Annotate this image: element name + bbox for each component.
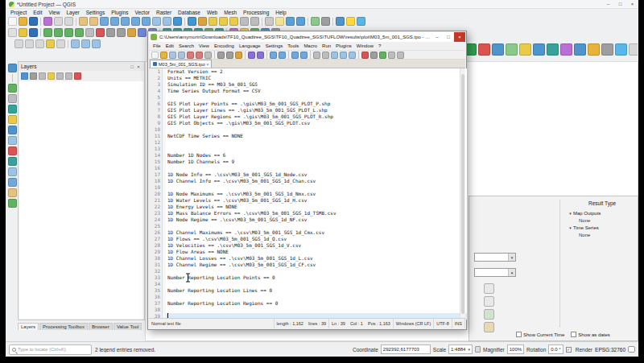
pan-to-selection-icon[interactable] <box>89 17 98 26</box>
tab-m03-5m-001-sgs-tpo[interactable]: M03_5m_001_SGS.tpo × <box>150 60 212 68</box>
svg-annotation-icon[interactable] <box>46 39 55 48</box>
cut-features-icon[interactable] <box>106 28 115 37</box>
run-feature-action-icon[interactable] <box>198 17 207 26</box>
python-console-icon[interactable] <box>346 17 355 26</box>
save-layer-edits-icon[interactable] <box>29 28 38 37</box>
collapse-all-icon[interactable] <box>65 72 72 80</box>
depth-average-icon[interactable] <box>560 43 572 56</box>
dock-tab-value-tool[interactable]: Value Tool <box>114 323 142 330</box>
help-icon[interactable] <box>357 17 365 26</box>
npp-menu-macro[interactable]: Macro <box>301 43 320 48</box>
show-current-time-checkbox[interactable] <box>516 332 522 337</box>
undo-arrow-icon[interactable] <box>248 52 255 59</box>
qgis-titlebar[interactable]: *Untitled Project — QGIS – □ × <box>6 0 638 9</box>
tree-expand-icon[interactable]: ▾ <box>568 211 573 216</box>
qgis-menu-mesh[interactable]: Mesh <box>221 10 240 15</box>
remove-layer-icon[interactable] <box>74 72 81 80</box>
html-annotation-icon[interactable] <box>35 39 44 48</box>
result-type-item[interactable]: None <box>568 231 637 238</box>
cut-icon[interactable] <box>217 52 225 59</box>
new-bookmark-icon[interactable] <box>286 17 295 26</box>
paste-features-icon[interactable] <box>127 28 136 37</box>
show-as-dates-checkbox[interactable] <box>571 332 576 337</box>
tab-close-icon[interactable]: × <box>206 62 208 67</box>
find-icon[interactable] <box>270 52 277 59</box>
add-line-feature-icon[interactable] <box>54 28 63 37</box>
new-file-icon[interactable] <box>151 52 159 59</box>
status-eol-format[interactable]: Windows (CR LF) <box>394 319 434 328</box>
qgis-minimize-button[interactable]: – <box>602 0 614 8</box>
indent-guide-icon[interactable] <box>349 52 356 59</box>
processing-toolbox-icon[interactable] <box>336 17 345 26</box>
qgis-menu-help[interactable]: Help <box>272 10 289 15</box>
sync-vertical-icon[interactable] <box>313 52 320 59</box>
npp-menu-file[interactable]: File <box>151 43 163 48</box>
filter-legend-icon[interactable] <box>39 72 46 80</box>
dock-tab-layers[interactable]: Layers <box>18 323 39 330</box>
tree-expand-icon[interactable]: ▾ <box>568 225 573 230</box>
result-type-item[interactable]: None <box>568 217 637 224</box>
tuflow-combo-2[interactable]: ▾ <box>474 268 516 277</box>
macro-record-icon[interactable] <box>361 52 369 59</box>
zoom-full-icon[interactable] <box>121 17 130 26</box>
message-log-icon[interactable] <box>628 346 635 353</box>
toggle-editing-icon[interactable] <box>19 28 27 37</box>
document-map-icon[interactable] <box>397 52 404 59</box>
layer-styling-icon[interactable] <box>21 72 28 80</box>
close-file-icon[interactable] <box>187 52 194 59</box>
open-results-folder-icon[interactable] <box>588 43 600 56</box>
macro-stop-icon[interactable] <box>370 52 378 59</box>
editor-vertical-scrollbar[interactable] <box>460 68 465 320</box>
field-calculator-icon[interactable] <box>250 17 259 26</box>
result-type-branch[interactable]: ▾Map Outputs <box>568 209 637 217</box>
save-file-icon[interactable] <box>169 52 176 59</box>
qgis-menu-project[interactable]: Project <box>7 10 30 15</box>
npp-menu-run[interactable]: Run <box>320 43 333 48</box>
toolbar-overflow-icon[interactable] <box>629 43 638 56</box>
new-annotation-layer-icon[interactable] <box>14 39 23 48</box>
deselect-features-icon[interactable] <box>229 17 238 26</box>
add-mesh-layer-icon[interactable] <box>8 105 17 113</box>
plot-export-button[interactable] <box>484 309 494 320</box>
npp-menu-search[interactable]: Search <box>176 43 196 48</box>
style-manager-icon[interactable] <box>43 17 52 26</box>
load-results-icon[interactable] <box>492 43 504 56</box>
close-all-icon[interactable] <box>196 52 203 59</box>
add-wcs-layer-icon[interactable] <box>8 167 17 176</box>
new-print-layout-icon[interactable] <box>54 17 63 26</box>
move-label-icon[interactable] <box>71 39 80 48</box>
npp-titlebar[interactable]: C:\Users\amymorin\Downloads\TF10_Quadtre… <box>149 32 465 42</box>
result-type-branch[interactable]: ▾Time Series <box>568 224 637 231</box>
npp-menu-language[interactable]: Language <box>237 43 263 48</box>
copy-icon[interactable] <box>226 52 233 59</box>
qgis-menu-edit[interactable]: Edit <box>30 10 45 15</box>
npp-menu-help[interactable]: ? <box>376 43 383 48</box>
plot-refresh-button[interactable] <box>484 296 494 307</box>
add-wfs-layer-icon[interactable] <box>8 178 17 187</box>
new-shapefile-layer-icon[interactable] <box>8 199 17 208</box>
npp-maximize-button[interactable]: □ <box>443 32 454 42</box>
viewer-help-icon[interactable] <box>615 43 627 56</box>
open-file-icon[interactable] <box>160 52 167 59</box>
scale-combobox[interactable]: 1:4884▾ <box>448 344 473 354</box>
qgis-menu-raster[interactable]: Raster <box>153 10 175 15</box>
move-feature-icon[interactable] <box>85 28 94 37</box>
paste-icon[interactable] <box>235 52 242 59</box>
npp-minimize-button[interactable]: – <box>431 32 443 42</box>
new-project-icon[interactable] <box>8 17 17 26</box>
add-vector-layer-icon[interactable] <box>8 84 17 93</box>
qgis-menu-settings[interactable]: Settings <box>83 10 109 15</box>
layers-panel-close-icon[interactable]: × <box>135 64 142 69</box>
delete-selected-icon[interactable] <box>96 28 105 37</box>
viewer-options-icon[interactable] <box>601 43 613 56</box>
zoom-to-selection-icon[interactable] <box>131 17 140 26</box>
map-tips-icon[interactable] <box>275 17 284 26</box>
save-all-icon[interactable] <box>178 52 185 59</box>
plot-options-button[interactable] <box>484 322 494 332</box>
show-bookmarks-icon[interactable] <box>296 17 305 26</box>
close-results-icon[interactable] <box>478 43 490 56</box>
npp-menu-encoding[interactable]: Encoding <box>212 43 237 48</box>
layout-manager-icon[interactable] <box>64 17 73 26</box>
qgis-menu-processing[interactable]: Processing <box>240 10 272 15</box>
qgis-menu-web[interactable]: Web <box>204 10 221 15</box>
